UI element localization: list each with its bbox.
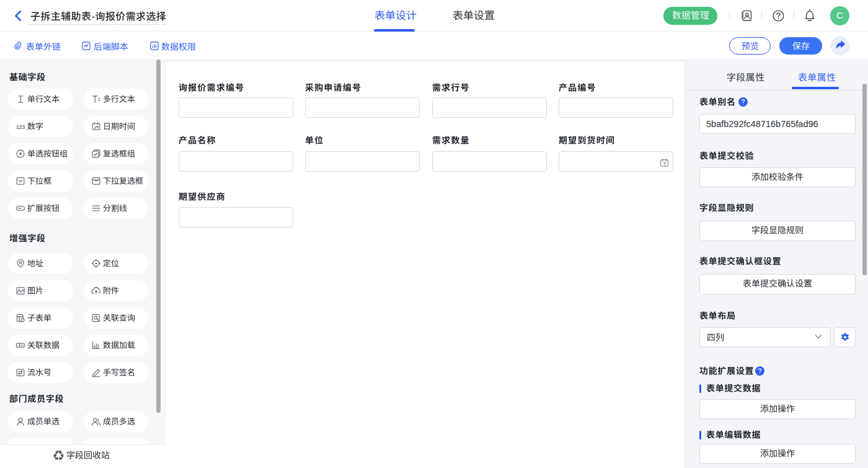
svg-text:123: 123 <box>16 124 25 130</box>
